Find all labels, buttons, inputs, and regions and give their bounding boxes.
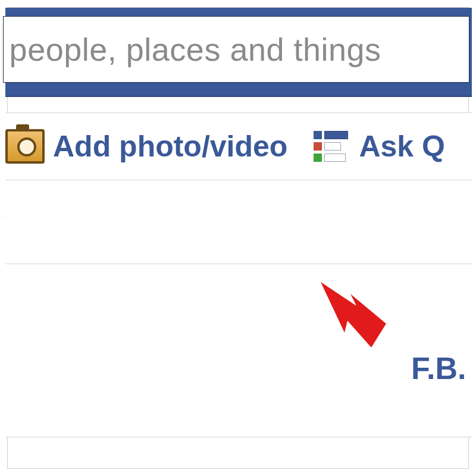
status-composer: Add photo/video Ask Q d? F.B. (5, 112, 472, 437)
camera-icon (5, 129, 45, 164)
ask-question-tab[interactable]: Ask Q (314, 129, 445, 164)
composer-tabs: Add photo/video Ask Q (5, 112, 472, 180)
fb-purity-link[interactable]: F.B. (411, 350, 466, 386)
add-photo-video-tab[interactable]: Add photo/video (5, 129, 287, 164)
poll-icon (314, 131, 350, 162)
red-arrow-icon (315, 282, 392, 347)
search-box[interactable] (3, 16, 469, 83)
screenshot-frame: Add photo/video Ask Q d? F.B. (7, 7, 469, 469)
status-input[interactable]: d? (5, 180, 472, 264)
add-photo-label: Add photo/video (53, 129, 287, 164)
ask-question-label: Ask Q (359, 129, 445, 164)
search-input[interactable] (4, 31, 469, 68)
svg-marker-0 (321, 282, 386, 347)
top-nav-bar (5, 8, 472, 97)
composer-footer: F.B. (5, 264, 472, 437)
